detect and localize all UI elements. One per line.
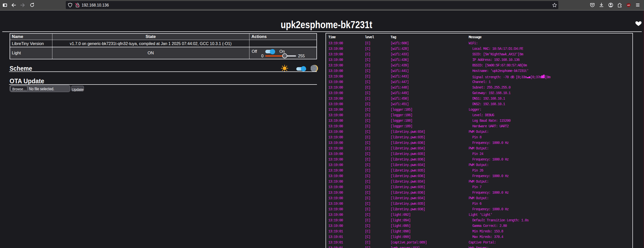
svg-text:uO: uO bbox=[627, 4, 630, 6]
